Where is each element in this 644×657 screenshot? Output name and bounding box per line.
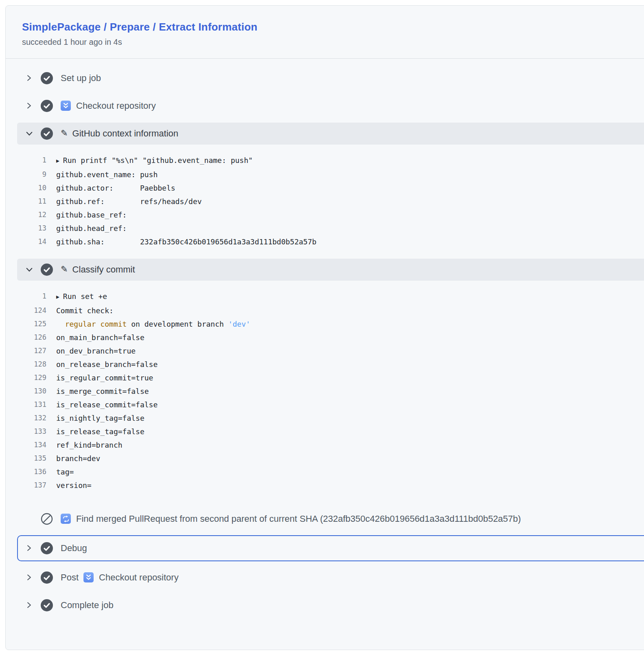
log-line: 1▶Run set +e	[17, 290, 644, 304]
log-line: 132is_nightly_tag=false	[17, 411, 644, 425]
log-line-text: github.ref: refs/heads/dev	[56, 195, 202, 208]
log-line-number[interactable]: 134	[17, 438, 56, 452]
log-line: 14github.sha: 232afb350c426b019656d1a3a3…	[17, 235, 644, 248]
success-check-icon	[41, 264, 53, 276]
job-header: SimplePackage / Prepare / Extract Inform…	[6, 6, 644, 58]
log-segment: is_release_tag=false	[56, 427, 145, 436]
checkout-icon	[83, 572, 94, 582]
log-segment: github.sha: 232afb350c426b019656d1a3a3d1…	[56, 237, 316, 246]
log-line-number[interactable]: 133	[17, 425, 56, 438]
step-row-set-up-job[interactable]: Set up job	[17, 64, 644, 92]
log-segment: Run set +e	[63, 292, 107, 301]
log-line-text: ref_kind=branch	[56, 438, 123, 452]
log-line: 128on_release_branch=false	[17, 358, 644, 371]
log-line-number[interactable]: 14	[17, 235, 56, 248]
log-line-number[interactable]: 9	[17, 168, 56, 181]
step-row-checkout-repository[interactable]: PostCheckout repository	[17, 564, 644, 591]
log-line-number[interactable]: 130	[17, 385, 56, 398]
log-segment: github.head_ref:	[56, 224, 127, 233]
log-line-number[interactable]: 126	[17, 331, 56, 344]
log-line-text: github.base_ref:	[56, 208, 127, 222]
log-line: 124Commit check:	[17, 304, 644, 317]
log-line-text: on_dev_branch=true	[56, 344, 136, 358]
step-prefix: Post	[61, 572, 79, 583]
log-segment: Run printf "%s\n" "github.event_name: pu…	[63, 156, 253, 165]
step-row-find-merged-pullrequest-from-second-pare[interactable]: Find merged PullRequest from second pare…	[17, 505, 644, 533]
log-line-number[interactable]: 11	[17, 195, 56, 208]
log-segment: Commit check:	[56, 306, 114, 315]
log-line-number[interactable]: 135	[17, 452, 56, 465]
skipped-icon	[41, 513, 53, 525]
log-segment: tag=	[56, 468, 74, 476]
step-label: Complete job	[61, 600, 114, 611]
log-segment: version=	[56, 481, 92, 490]
log-segment: is_merge_commit=false	[56, 387, 149, 396]
log-line-text: version=	[56, 479, 92, 492]
pencil-icon: ✎	[61, 265, 68, 273]
log-line: 137version=	[17, 479, 644, 492]
log-line-text: github.sha: 232afb350c426b019656d1a3a3d1…	[56, 235, 316, 248]
success-check-icon	[41, 599, 53, 611]
expand-command-icon[interactable]: ▶	[56, 290, 59, 303]
log-line-number[interactable]: 124	[17, 304, 56, 317]
log-line-text: github.event_name: push	[56, 168, 158, 181]
log-line-text: regular commit on development branch 'de…	[56, 317, 250, 331]
log-line-number[interactable]: 13	[17, 222, 56, 235]
chevron-spacer	[25, 515, 33, 523]
log-line-text: is_release_commit=false	[56, 398, 158, 411]
job-status-summary: succeeded 1 hour ago in 4s	[22, 37, 644, 47]
step-row-checkout-repository[interactable]: Checkout repository	[17, 92, 644, 120]
log-segment: regular commit	[65, 320, 127, 328]
chevron-right-icon[interactable]	[25, 574, 33, 581]
log-line: 133is_release_tag=false	[17, 425, 644, 438]
log-line: 1▶Run printf "%s\n" "github.event_name: …	[17, 154, 644, 168]
success-check-icon	[41, 571, 53, 584]
chevron-down-icon[interactable]	[25, 130, 33, 137]
chevron-right-icon[interactable]	[25, 74, 33, 82]
step-row-debug[interactable]: Debug	[17, 535, 644, 561]
log-line: 136tag=	[17, 465, 644, 479]
log-line-number[interactable]: 125	[17, 317, 56, 331]
log-segment: 'dev'	[228, 320, 250, 328]
step-header-github-context-information[interactable]: ✎GitHub context information	[17, 123, 644, 145]
log-segment: on_release_branch=false	[56, 360, 158, 369]
step-label: Classify commit	[72, 264, 135, 275]
log-line-text: on_release_branch=false	[56, 358, 158, 371]
log-line-number[interactable]: 1	[17, 154, 56, 168]
expand-command-icon[interactable]: ▶	[56, 154, 59, 167]
log-segment: is_release_commit=false	[56, 400, 158, 409]
log-line-number[interactable]: 131	[17, 398, 56, 411]
log-line-number[interactable]: 12	[17, 208, 56, 222]
log-line-number[interactable]: 132	[17, 411, 56, 425]
log-segment: github.actor: Paebbels	[56, 184, 175, 192]
log-line-number[interactable]: 128	[17, 358, 56, 371]
chevron-right-icon[interactable]	[25, 102, 33, 110]
job-log-card: SimplePackage / Prepare / Extract Inform…	[5, 5, 644, 650]
log-line-text: github.actor: Paebbels	[56, 181, 175, 195]
log-line: 126on_main_branch=false	[17, 331, 644, 344]
log-line-number[interactable]: 136	[17, 465, 56, 479]
step-label: Debug	[61, 543, 87, 554]
chevron-right-icon[interactable]	[25, 601, 33, 609]
log-line-number[interactable]: 137	[17, 479, 56, 492]
step-label: Checkout repository	[76, 101, 156, 111]
log-line-text: is_merge_commit=false	[56, 385, 149, 398]
log-segment: is_nightly_tag=false	[56, 414, 145, 422]
chevron-right-icon[interactable]	[25, 544, 33, 552]
log-segment: github.base_ref:	[56, 211, 127, 219]
success-check-icon	[41, 72, 53, 84]
log-line-text: branch=dev	[56, 452, 100, 465]
log-line-number[interactable]: 129	[17, 371, 56, 385]
log-line-number[interactable]: 1	[17, 290, 56, 304]
log-line: 12github.base_ref:	[17, 208, 644, 222]
chevron-down-icon[interactable]	[25, 266, 33, 273]
log-line-number[interactable]: 127	[17, 344, 56, 358]
log-line: 10github.actor: Paebbels	[17, 181, 644, 195]
log-line-text: is_regular_commit=true	[56, 371, 153, 385]
log-line: 134ref_kind=branch	[17, 438, 644, 452]
log-line-number[interactable]: 10	[17, 181, 56, 195]
step-row-complete-job[interactable]: Complete job	[17, 591, 644, 619]
step-header-classify-commit[interactable]: ✎Classify commit	[17, 259, 644, 281]
log-line-text: ▶Run set +e	[56, 290, 107, 304]
log-line: 127on_dev_branch=true	[17, 344, 644, 358]
